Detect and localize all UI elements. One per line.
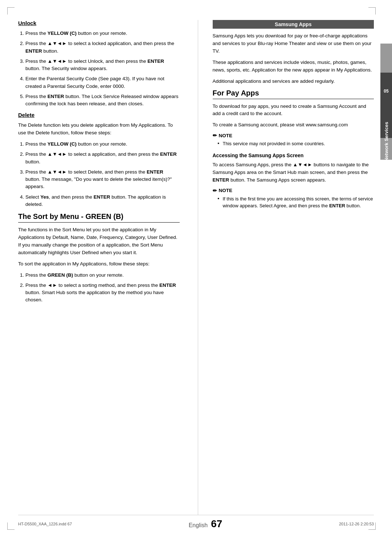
accessing-p1: To access Samsung Apps, press the ▲▼◄► b… [213,161,374,184]
for-pay-section: For Pay Apps To download for pay apps, y… [213,89,374,129]
footer-timestamp: 2011-12-26 2:20:53 [339,522,374,526]
note1-icon: ✏ [213,133,217,138]
samsung-apps-intro: Samsung Apps lets you download for pay o… [213,32,374,55]
sort-step-1: Press the GREEN (B) button on your remot… [25,272,180,279]
unlock-step-2: Press the ▲▼◄► to select a locked applic… [25,40,180,55]
unlock-step-5: Press the ENTER button. The Lock Service… [25,93,180,108]
samsung-apps-heading: Samsung Apps [213,20,374,29]
chapter-tab: 05 Network Services [380,44,392,160]
sort-steps-intro: To sort the application in My Applicatio… [18,260,180,268]
for-pay-p1: To download for pay apps, you need to cr… [213,103,374,118]
note2-section: ✏ NOTE If this is the first time you are… [213,188,374,209]
sort-steps-list: Press the GREEN (B) button on your remot… [18,272,180,304]
chapter-label: Network Services [381,91,391,192]
sort-heading: The Sort by Menu - GREEN (B) [18,212,180,223]
corner-mark-tl [7,7,15,15]
sort-step-2: Press the ◄► to select a sorting method,… [25,282,180,304]
sort-intro: The functions in the Sort Menu let you s… [18,226,180,257]
unlock-step-1: Press the YELLOW (C) button on your remo… [25,30,180,37]
unlock-steps-list: Press the YELLOW (C) button on your remo… [18,30,180,107]
footer: HT-D5500_XAA_1226.indd 67 English 67 201… [18,515,374,530]
column-divider [198,20,198,515]
delete-step-3: Press the ▲▼◄► to select Delete, and the… [25,168,180,191]
note1-list: This service may not provided in some co… [213,140,374,147]
delete-heading: Delete [18,112,180,118]
for-pay-heading: For Pay Apps [213,89,374,99]
corner-mark-tr [368,7,376,15]
note1-section: ✏ NOTE This service may not provided in … [213,133,374,147]
unlock-step-4: Enter the Parental Security Code (See pa… [25,75,180,90]
corner-mark-bl [7,522,15,530]
note1-item-1: This service may not provided in some co… [218,140,374,147]
note2-icon: ✏ [213,188,217,194]
unlock-step-3: Press the ▲▼◄► to select Unlock, and the… [25,58,180,73]
main-content: Unlock Press the YELLOW (C) button on yo… [18,20,374,515]
note2-list: If this is the first time you are access… [213,195,374,209]
left-column: Unlock Press the YELLOW (C) button on yo… [18,20,187,515]
samsung-apps-additional: Additional applications and services are… [213,78,374,85]
sort-section: The Sort by Menu - GREEN (B) The functio… [18,212,180,304]
unlock-heading: Unlock [18,20,180,26]
delete-step-1: Press the YELLOW (C) button on your remo… [25,141,180,148]
page-label-english: English 67 [189,518,222,530]
delete-step-4: Select Yes, and then press the ENTER but… [25,194,180,208]
accessing-heading: Accessing the Samsung Apps Screen [213,152,374,158]
delete-steps-list: Press the YELLOW (C) button on your remo… [18,141,180,208]
note1-label: NOTE [219,133,233,138]
delete-section: Delete The Delete function lets you dele… [18,112,180,208]
note2-title: ✏ NOTE [213,188,374,194]
page-number: 67 [211,518,222,529]
note1-title: ✏ NOTE [213,133,374,138]
page: 05 Network Services Unlock Press the YEL… [0,0,392,537]
delete-intro: The Delete function lets you delete appl… [18,122,180,137]
note2-item-1: If this is the first time you are access… [218,195,374,209]
samsung-apps-section: Samsung Apps Samsung Apps lets you downl… [213,20,374,85]
footer-filename: HT-D5500_XAA_1226.indd 67 [18,522,72,526]
accessing-section: Accessing the Samsung Apps Screen To acc… [213,152,374,184]
english-label: English [189,522,208,528]
delete-step-2: Press the ▲▼◄► to select a application, … [25,151,180,166]
unlock-section: Unlock Press the YELLOW (C) button on yo… [18,20,180,107]
for-pay-p2: To create a Samsung account, please visi… [213,121,374,129]
right-column: Samsung Apps Samsung Apps lets you downl… [209,20,374,515]
samsung-apps-detail: These applications and services include … [213,59,374,74]
note2-label: NOTE [219,188,233,193]
